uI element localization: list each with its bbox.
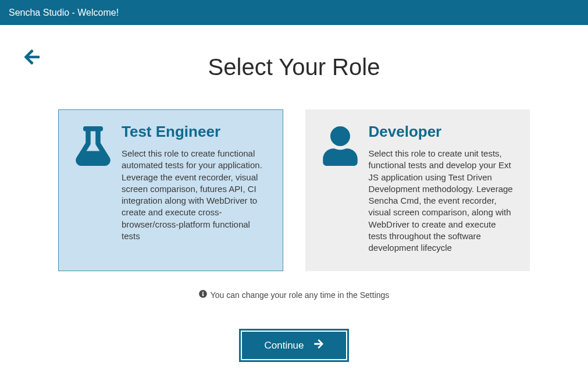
window-title: Sencha Studio - Welcome! bbox=[9, 8, 119, 18]
info-icon bbox=[199, 290, 207, 300]
card-description: Select this role to create functional au… bbox=[122, 148, 269, 242]
arrow-right-icon bbox=[313, 339, 324, 352]
card-description: Select this role to create unit tests, f… bbox=[369, 148, 516, 254]
arrow-left-icon bbox=[23, 58, 41, 68]
note-text: You can change your role any time in the… bbox=[211, 290, 390, 300]
role-cards: Test Engineer Select this role to create… bbox=[23, 109, 565, 271]
continue-button[interactable]: Continue bbox=[242, 332, 345, 359]
settings-note: You can change your role any time in the… bbox=[23, 290, 565, 300]
window-titlebar: Sencha Studio - Welcome! bbox=[0, 0, 588, 25]
role-card-developer[interactable]: Developer Select this role to create uni… bbox=[305, 109, 530, 271]
card-title: Test Engineer bbox=[122, 123, 269, 141]
page-title: Select Your Role bbox=[23, 54, 565, 80]
card-title: Developer bbox=[369, 123, 516, 141]
user-icon bbox=[320, 123, 361, 258]
main-content: Select Your Role Test Engineer Select th… bbox=[0, 25, 588, 359]
card-body: Test Engineer Select this role to create… bbox=[113, 123, 269, 258]
role-card-test-engineer[interactable]: Test Engineer Select this role to create… bbox=[58, 109, 283, 271]
card-body: Developer Select this role to create uni… bbox=[361, 123, 516, 258]
continue-label: Continue bbox=[264, 340, 304, 351]
continue-wrapper: Continue bbox=[23, 332, 565, 359]
flask-icon bbox=[73, 123, 113, 258]
back-button[interactable] bbox=[23, 48, 41, 68]
